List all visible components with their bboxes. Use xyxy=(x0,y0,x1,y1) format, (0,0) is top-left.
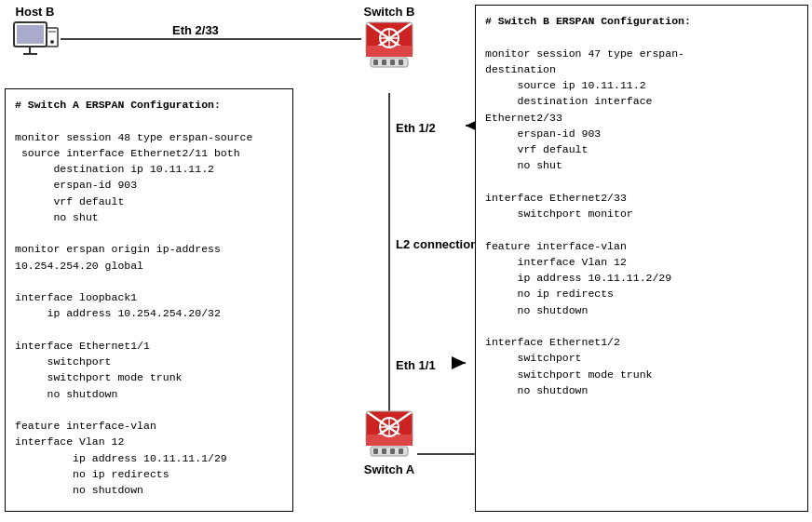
switch-b-config-line-1 xyxy=(485,29,798,45)
switch-a-config-title: # Switch A ERSPAN Configuration: xyxy=(15,97,283,113)
switch-a-config-line-23: no ip redirects xyxy=(15,466,283,482)
switch-a-config-line-18: no shutdown xyxy=(15,386,283,402)
switch-b-config-line-5: destination interface xyxy=(485,93,798,109)
eth1-2-label: Eth 1/2 xyxy=(396,121,436,135)
svg-rect-40 xyxy=(399,448,403,454)
switch-a-config-line-11 xyxy=(15,274,283,289)
switch-b-config-line-11: interface Ethernet2/33 xyxy=(485,190,798,206)
switch-a-config-line-21: interface Vlan 12 xyxy=(15,434,283,449)
switch-a-config-line-3: source interface Ethernet2/11 both xyxy=(15,145,283,161)
switch-a-config-line-16: switchport xyxy=(15,354,283,369)
host-b-icon xyxy=(9,20,61,67)
svg-rect-27 xyxy=(399,60,403,65)
switch-a-config-line-14 xyxy=(15,322,283,338)
switch-b-config-line-23: no shutdown xyxy=(485,382,798,398)
svg-rect-37 xyxy=(373,448,378,454)
switch-a-config-line-15: interface Ethernet1/1 xyxy=(15,338,283,354)
switch-b-config-line-17: no ip redirects xyxy=(485,286,798,301)
svg-rect-9 xyxy=(17,25,44,44)
switch-b-config-line-6: Ethernet2/33 xyxy=(485,110,798,126)
switch-b-config-line-14: feature interface-vlan xyxy=(485,238,798,254)
switch-b-config-box: # Switch B ERSPAN Configuration: monitor… xyxy=(475,5,808,512)
switch-a-config-box: # Switch A ERSPAN Configuration: monitor… xyxy=(5,88,293,512)
switch-a-config-line-1 xyxy=(15,113,283,128)
switch-a-config-line-8 xyxy=(15,225,283,241)
switch-a-label: Switch A xyxy=(364,462,414,476)
switch-b-config-line-12: switchport monitor xyxy=(485,206,798,221)
switch-a-config-line-10: 10.254.254.20 global xyxy=(15,258,283,274)
switch-a-config-line-4: destination ip 10.11.11.2 xyxy=(15,161,283,177)
svg-rect-38 xyxy=(382,448,386,454)
switch-b-icon xyxy=(361,20,417,72)
switch-b-config-line-22: switchport mode trunk xyxy=(485,367,798,382)
switch-a-config-line-22: ip address 10.11.11.1/29 xyxy=(15,450,283,466)
eth2-33-top-label: Eth 2/33 xyxy=(172,23,219,37)
svg-rect-25 xyxy=(382,60,386,65)
switch-a-config-line-5: erspan-id 903 xyxy=(15,177,283,193)
l2-connection-label: L2 connection xyxy=(396,237,478,251)
switch-a-device: Switch A xyxy=(361,409,417,476)
eth1-1-label: Eth 1/1 xyxy=(396,358,436,372)
switch-a-icon xyxy=(361,409,417,461)
switch-b-config-line-8: vrf default xyxy=(485,141,798,157)
switch-b-config-line-4: source ip 10.11.11.2 xyxy=(485,77,798,93)
host-b-device: Host B xyxy=(9,5,61,67)
switch-a-config-line-24: no shutdown xyxy=(15,482,283,498)
switch-b-config-line-7: erspan-id 903 xyxy=(485,126,798,141)
switch-a-config-line-19 xyxy=(15,402,283,418)
svg-rect-26 xyxy=(390,60,395,65)
switch-a-config-line-7: no shut xyxy=(15,209,283,225)
switch-b-config-line-18: no shutdown xyxy=(485,302,798,318)
switch-b-config-line-21: switchport xyxy=(485,350,798,366)
svg-rect-39 xyxy=(390,448,395,454)
switch-b-label: Switch B xyxy=(364,5,415,19)
switch-b-config-line-16: ip address 10.11.11.2/29 xyxy=(485,270,798,286)
switch-b-config-line-15: interface Vlan 12 xyxy=(485,254,798,270)
svg-point-14 xyxy=(50,40,54,44)
host-b-label: Host B xyxy=(16,5,55,19)
switch-b-config-line-20: interface Ethernet1/2 xyxy=(485,334,798,350)
switch-a-config-line-13: ip address 10.254.254.20/32 xyxy=(15,305,283,321)
switch-b-config-line-10 xyxy=(485,174,798,190)
switch-b-config-line-19 xyxy=(485,318,798,334)
switch-a-config-line-20: feature interface-vlan xyxy=(15,418,283,434)
svg-rect-24 xyxy=(373,60,378,65)
switch-b-config-line-3: destination xyxy=(485,61,798,77)
switch-a-config-line-6: vrf default xyxy=(15,194,283,209)
switch-a-config-line-9: monitor erspan origin ip-address xyxy=(15,241,283,257)
switch-b-config-line-9: no shut xyxy=(485,157,798,173)
svg-marker-5 xyxy=(452,356,466,369)
diagram-container: Host B Switch B xyxy=(0,0,812,522)
switch-a-config-line-17: switchport mode trunk xyxy=(15,369,283,385)
switch-a-config-line-12: interface loopback1 xyxy=(15,289,283,305)
switch-b-device: Switch B xyxy=(361,5,417,72)
switch-b-config-line-13 xyxy=(485,221,798,237)
switch-b-config-line-2: monitor session 47 type erspan- xyxy=(485,46,798,61)
switch-b-config-title: # Switch B ERSPAN Configuration: xyxy=(485,13,798,29)
switch-a-config-line-2: monitor session 48 type erspan-source xyxy=(15,129,283,145)
